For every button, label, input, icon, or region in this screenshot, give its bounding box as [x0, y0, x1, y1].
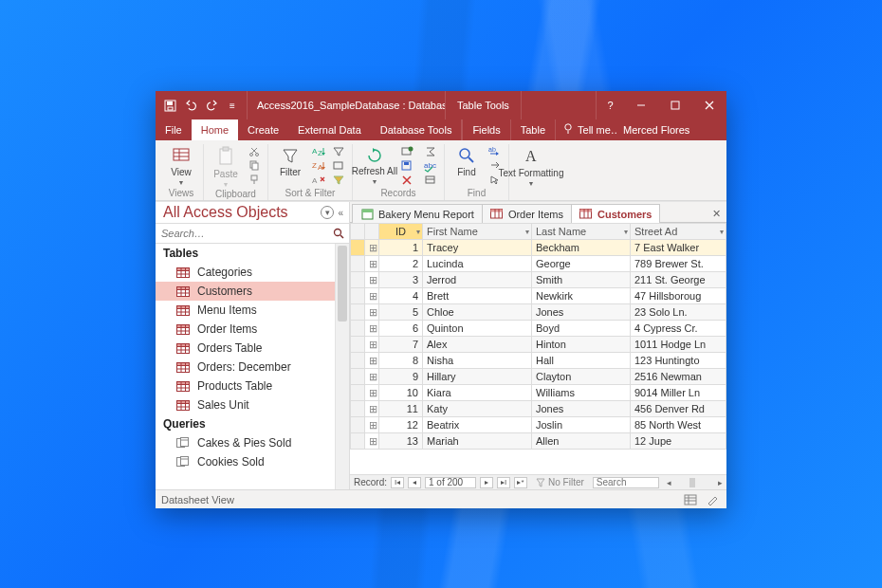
row-selector[interactable] [351, 369, 365, 385]
tell-me-search[interactable]: Tell me… [555, 119, 617, 140]
tab-close-icon[interactable]: ✕ [707, 206, 726, 222]
replace-icon[interactable]: ab [487, 144, 504, 157]
table-row[interactable]: ⊞3JerrodSmith211 St. George [351, 272, 726, 288]
cell-first-name[interactable]: Mariah [423, 433, 532, 450]
delete-record-icon[interactable] [398, 173, 415, 186]
nav-search-input[interactable] [156, 225, 328, 242]
cell-street[interactable]: 85 North West [631, 417, 726, 433]
close-button[interactable] [692, 91, 726, 119]
object-tab-bakery-menu-report[interactable]: Bakery Menu Report [352, 204, 483, 223]
cell-last-name[interactable]: Boyd [532, 321, 631, 337]
cell-first-name[interactable]: Quinton [423, 321, 532, 337]
cell-last-name[interactable]: Allen [532, 433, 631, 450]
table-row[interactable]: ⊞4BrettNewkirk47 Hillsboroug [351, 288, 726, 304]
totals-icon[interactable] [422, 144, 439, 157]
ribbon-tab-home[interactable]: Home [192, 119, 238, 140]
cell-last-name[interactable]: George [532, 256, 631, 272]
cell-id[interactable]: 2 [379, 256, 423, 272]
nav-menu-icon[interactable]: ▾ [321, 206, 334, 219]
table-row[interactable]: ⊞6QuintonBoyd4 Cypress Cr. [351, 321, 726, 337]
undo-icon[interactable] [184, 99, 197, 112]
search-icon[interactable] [328, 224, 349, 243]
advanced-filter-icon[interactable] [330, 158, 347, 172]
selection-filter-icon[interactable] [330, 144, 347, 157]
last-record-button[interactable]: ▸I [497, 477, 510, 488]
record-position[interactable]: 1 of 200 [425, 477, 476, 488]
save-icon[interactable] [163, 99, 176, 112]
cell-first-name[interactable]: Chloe [423, 304, 532, 321]
cell-last-name[interactable]: Clayton [532, 369, 631, 385]
nav-collapse-icon[interactable]: « [338, 208, 343, 218]
nav-item-order-items[interactable]: Order Items [156, 320, 349, 339]
cell-last-name[interactable]: Hall [532, 353, 631, 369]
cell-first-name[interactable]: Brett [423, 288, 532, 304]
cell-id[interactable]: 11 [379, 401, 423, 417]
save-record-icon[interactable] [398, 158, 415, 172]
expand-row-icon[interactable]: ⊞ [365, 240, 379, 256]
text-formatting-button[interactable]: A Text Formatting ▼ [514, 144, 548, 187]
chevron-down-icon[interactable]: ▾ [624, 228, 628, 236]
row-selector[interactable] [351, 385, 365, 401]
cell-id[interactable]: 5 [379, 304, 423, 321]
cell-id[interactable]: 8 [379, 353, 423, 369]
datasheet-grid[interactable]: ID▾First Name▾Last Name▾Street Ad▾ ⊞1Tra… [350, 223, 726, 474]
format-painter-icon[interactable] [246, 173, 263, 186]
design-view-icon[interactable] [706, 493, 721, 506]
cell-last-name[interactable]: Beckham [532, 240, 631, 256]
filter-button[interactable]: Filter [273, 144, 307, 177]
copy-icon[interactable] [246, 158, 263, 172]
cell-first-name[interactable]: Kiara [423, 385, 532, 401]
cell-first-name[interactable]: Jerrod [423, 272, 532, 288]
expand-row-icon[interactable]: ⊞ [365, 353, 379, 369]
table-row[interactable]: ⊞1TraceyBeckham7 East Walker [351, 240, 726, 256]
qat-customize-icon[interactable]: ≡ [226, 99, 239, 112]
filter-indicator[interactable]: No Filter [531, 477, 589, 487]
cell-first-name[interactable]: Lucinda [423, 256, 532, 272]
cell-street[interactable]: 789 Brewer St. [631, 256, 726, 272]
table-row[interactable]: ⊞9HillaryClayton2516 Newman [351, 369, 726, 385]
cell-last-name[interactable]: Joslin [532, 417, 631, 433]
nav-item-cakes-pies-sold[interactable]: Cakes & Pies Sold [156, 433, 349, 452]
cell-street[interactable]: 9014 Miller Ln [631, 385, 726, 401]
cell-first-name[interactable]: Alex [423, 337, 532, 353]
cell-street[interactable]: 2516 Newman [631, 369, 726, 385]
remove-sort-icon[interactable]: A [310, 173, 327, 186]
first-record-button[interactable]: I◂ [391, 477, 404, 488]
hscroll-right-icon[interactable]: ▸ [713, 476, 726, 489]
row-selector[interactable] [351, 256, 365, 272]
cell-street[interactable]: 7 East Walker [631, 240, 726, 256]
table-row[interactable]: ⊞8NishaHall123 Huntingto [351, 353, 726, 369]
cell-last-name[interactable]: Newkirk [532, 288, 631, 304]
spelling-icon[interactable]: abc [422, 158, 439, 172]
row-selector[interactable] [351, 337, 365, 353]
cell-id[interactable]: 10 [379, 385, 423, 401]
ribbon-tab-external-data[interactable]: External Data [288, 119, 371, 140]
hscroll-left-icon[interactable]: ◂ [663, 476, 676, 489]
signed-in-user[interactable]: Merced Flores [617, 119, 699, 140]
redo-icon[interactable] [205, 99, 218, 112]
nav-scrollbar[interactable] [335, 244, 349, 489]
new-record-icon[interactable] [398, 144, 415, 157]
cell-id[interactable]: 3 [379, 272, 423, 288]
cell-first-name[interactable]: Hillary [423, 369, 532, 385]
cell-id[interactable]: 6 [379, 321, 423, 337]
next-record-button[interactable]: ▸ [480, 477, 493, 488]
table-row[interactable]: ⊞11KatyJones456 Denver Rd [351, 401, 726, 417]
expand-row-icon[interactable]: ⊞ [365, 369, 379, 385]
cell-last-name[interactable]: Smith [532, 272, 631, 288]
select-all-cell[interactable] [351, 224, 365, 240]
cell-street[interactable]: 456 Denver Rd [631, 401, 726, 417]
ribbon-tab-database-tools[interactable]: Database Tools [371, 119, 462, 140]
row-selector[interactable] [351, 433, 365, 450]
expand-row-icon[interactable]: ⊞ [365, 256, 379, 272]
cell-street[interactable]: 12 Jupe [631, 433, 726, 450]
column-header-street-ad[interactable]: Street Ad▾ [631, 224, 726, 240]
sort-desc-icon[interactable]: ZA [310, 158, 327, 172]
toggle-filter-icon[interactable] [330, 173, 347, 186]
row-selector[interactable] [351, 417, 365, 433]
cell-first-name[interactable]: Tracey [423, 240, 532, 256]
ribbon-ctx-tab-table[interactable]: Table [510, 119, 555, 140]
cell-first-name[interactable]: Beatrix [423, 417, 532, 433]
nav-section-queries[interactable]: Queries︽ [156, 414, 349, 433]
cell-id[interactable]: 7 [379, 337, 423, 353]
